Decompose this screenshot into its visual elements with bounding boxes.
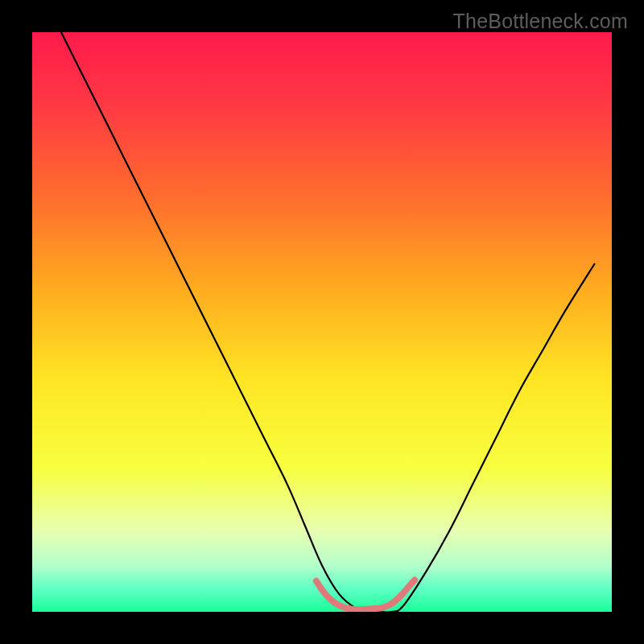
plot-area [32, 32, 612, 612]
main-curve [61, 32, 594, 612]
watermark-text: TheBottleneck.com [453, 10, 628, 33]
curve-layer [32, 32, 612, 612]
bottom-marker-curve [316, 580, 415, 609]
chart-frame: TheBottleneck.com [0, 0, 644, 644]
